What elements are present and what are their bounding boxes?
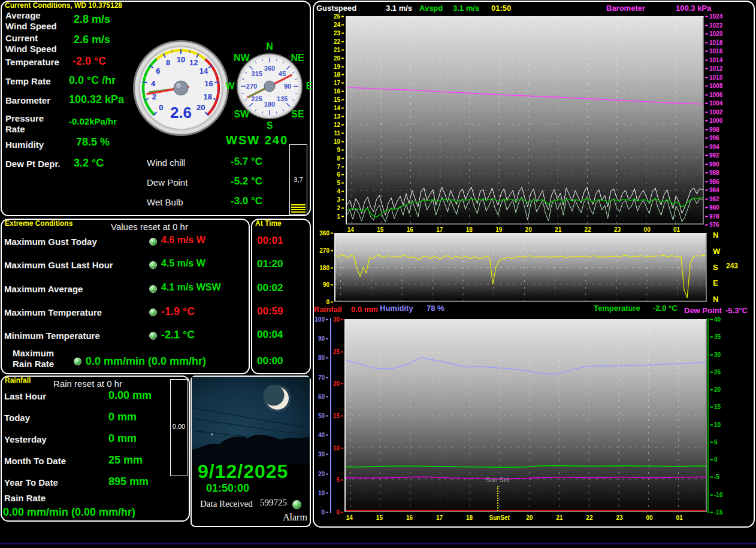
axis-tick-label: 986 — [705, 178, 719, 184]
dew-point-header-label: Dew Point — [684, 306, 722, 315]
axis-tick-label: 50 — [314, 413, 328, 419]
dir-label-s: S — [713, 263, 725, 272]
axis-tick-label: 21 — [323, 46, 344, 53]
month-to-date-label: Month To Date — [4, 456, 66, 467]
temperature-header-label: Temperature — [594, 304, 640, 313]
status-led — [149, 285, 157, 293]
current-date: 9/12/2025 — [198, 461, 288, 483]
current-time: 01:50:00 — [206, 482, 249, 495]
wind-chill-label: Wind chill — [147, 158, 185, 168]
dew-point-value: -5.2 °C — [231, 175, 262, 187]
dir-label-e: E — [713, 278, 725, 287]
axis-tick-label: 1024 — [705, 13, 722, 20]
axis-tick-label: 7 — [323, 163, 344, 169]
axis-tick-label: 990 — [705, 161, 719, 167]
svg-text:18: 18 — [203, 92, 211, 101]
axis-tick-label: 996 — [705, 135, 719, 141]
dew-point-label: Dew Point — [147, 177, 188, 188]
gust-header-label: Gustspeed — [316, 4, 356, 13]
gust-bar-value: 3,7 — [290, 176, 307, 183]
axis-tick-label: 15 — [332, 413, 343, 419]
max-average-label: Maximum Average — [4, 284, 83, 295]
axis-tick-label: 360 — [314, 230, 333, 237]
moon-date-panel: 9/12/2025 01:50:00 Data Received 599725 … — [190, 376, 311, 527]
axis-tick-label: 994 — [705, 143, 719, 150]
axis-tick-label: 4 — [323, 188, 344, 195]
svg-text:20: 20 — [196, 103, 205, 112]
axis-tick-label: 992 — [705, 152, 719, 159]
max-rain-rate-value: 0.0 mm/min (0.0 mm/hr) — [86, 355, 206, 368]
wind-chill-value: -5.7 °C — [231, 156, 262, 168]
humidity-value: 78.5 % — [76, 136, 110, 149]
current-conditions-panel: Current Conditions, WD 10.375128 Average… — [1, 1, 311, 216]
axis-tick-label: 30 — [332, 316, 343, 323]
svg-text:225: 225 — [252, 95, 262, 102]
avg-wind-label: Average Wind Speed — [5, 10, 57, 32]
current-direction-value: 243 — [726, 262, 738, 270]
axis-tick-label: 1002 — [705, 108, 722, 115]
time-tick-label: 14 — [347, 226, 354, 233]
axis-tick-label: 10 — [332, 444, 343, 451]
axis-tick-label: -5 — [710, 474, 719, 480]
year-to-date-value: 895 mm — [108, 476, 149, 488]
max-gust-today-label: Maximum Gust Today — [4, 237, 97, 247]
rainfall-header-label: Rainfall — [314, 305, 342, 314]
sunset-marker-line — [497, 486, 498, 511]
direction-chart-plot — [334, 233, 707, 302]
axis-tick-label: 25 — [332, 348, 343, 355]
min-temperature-label: Minimum Temperature — [4, 331, 100, 341]
axis-tick-label: 40 — [710, 316, 721, 323]
axis-tick-label: 10 — [323, 138, 344, 144]
charts-panel: Gustspeed 3.1 m/s Avspd 3.1 m/s 01:50 Ba… — [313, 1, 755, 528]
time-tick-label: 17 — [436, 226, 443, 233]
svg-text:180: 180 — [264, 101, 275, 108]
gust-header-value: 3.1 m/s — [386, 4, 412, 13]
axis-tick-label: 2 — [323, 205, 344, 211]
axis-tick-label: 15 — [710, 404, 721, 410]
max-average-value: 4.1 m/s WSW — [161, 282, 221, 293]
status-led — [74, 358, 81, 365]
time-tick-label: 22 — [585, 226, 591, 233]
axis-tick-label: 5 — [323, 180, 344, 186]
time-tick-label: SunSet — [489, 514, 509, 521]
at-time-panel: At Time 00:01 01:20 00:02 00:59 00:04 00… — [251, 219, 311, 374]
svg-text:E: E — [306, 81, 313, 91]
status-led — [149, 308, 157, 316]
at-time-value: 00:01 — [257, 235, 283, 247]
axis-tick-label: 180 — [314, 264, 333, 271]
axis-tick-label: 1010 — [705, 74, 722, 80]
current-wind-value: 2.6 m/s — [74, 34, 110, 46]
dir-label-w: W — [713, 247, 725, 256]
svg-text:12: 12 — [189, 58, 198, 67]
rain-subtitle: Rain reset at 0 hr — [53, 379, 122, 389]
axis-tick-label: 90 — [314, 335, 328, 342]
axis-tick-label: 20 — [710, 386, 721, 393]
status-led — [149, 238, 157, 246]
axis-tick-label: 5 — [332, 477, 343, 483]
wind-direction-readout: WSW 240 — [226, 134, 288, 147]
dewpt-depr-label: Dew Pt Depr. — [5, 159, 61, 169]
window-bottom-edge — [0, 543, 756, 544]
axis-tick-label: 15 — [323, 96, 344, 103]
humidity-header-value: 78 % — [427, 304, 444, 313]
time-tick-label: 20 — [525, 226, 532, 233]
dir-label-n: N — [713, 231, 725, 240]
max-rain-rate-label: Maximum Rain Rate — [13, 348, 54, 370]
svg-text:315: 315 — [252, 70, 262, 77]
time-tick-label: 23 — [614, 226, 621, 233]
axis-tick-label: 25 — [323, 13, 344, 20]
time-tick-label: 01 — [676, 514, 683, 521]
axis-tick-label: 1000 — [705, 117, 722, 124]
axis-tick-label: 270 — [314, 247, 333, 253]
max-temperature-label: Maximum Temperature — [4, 307, 102, 318]
temperature-header-value: -2.0 °C — [653, 304, 678, 313]
moon-shadow — [264, 385, 285, 406]
axis-tick-label: -15 — [710, 509, 722, 516]
month-to-date-value: 25 mm — [108, 454, 143, 467]
svg-text:135: 135 — [277, 95, 288, 102]
time-tick-label: 18 — [466, 226, 473, 233]
avspd-header-label: Avspd — [419, 4, 443, 13]
min-temperature-value: -2.1 °C — [161, 329, 195, 341]
barometer-value: 100.32 kPa — [69, 93, 124, 106]
svg-text:90: 90 — [284, 83, 291, 90]
